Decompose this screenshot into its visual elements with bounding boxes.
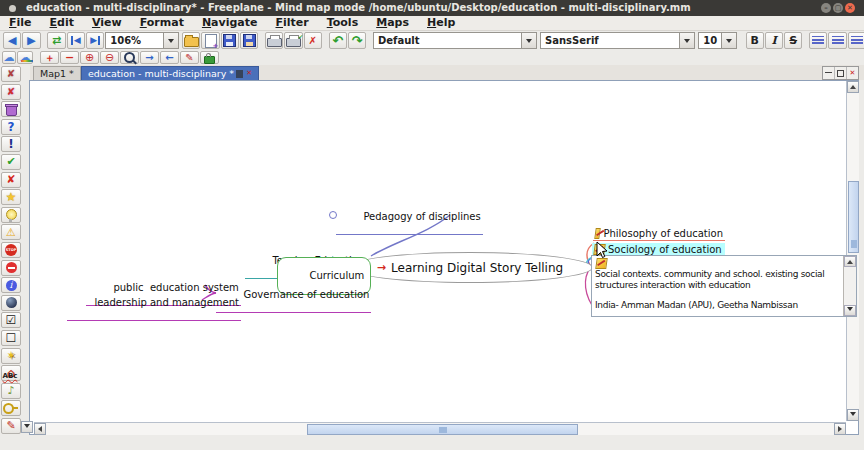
menu-file[interactable]: File bbox=[0, 16, 41, 30]
chevron-down-icon[interactable] bbox=[163, 33, 178, 48]
tab-map1[interactable]: Map1 * bbox=[33, 66, 81, 80]
zoom-in-branch-button[interactable] bbox=[80, 51, 99, 64]
open-map-button[interactable] bbox=[182, 32, 200, 49]
chevron-down-icon[interactable] bbox=[521, 33, 536, 48]
sidebar-button-wand[interactable] bbox=[1, 348, 21, 364]
node-philosophy[interactable]: Philosophy of education bbox=[593, 228, 725, 241]
zoom-out-branch-button[interactable] bbox=[100, 51, 119, 64]
menu-help[interactable]: Help bbox=[418, 16, 464, 30]
scroll-left-icon[interactable] bbox=[34, 423, 46, 435]
sidebar-button-key[interactable] bbox=[1, 400, 21, 416]
next-map-button[interactable] bbox=[86, 32, 104, 49]
scroll-up-icon[interactable] bbox=[847, 81, 859, 93]
map-canvas[interactable]: → Learning Digital Story Telling Pedagog… bbox=[30, 81, 845, 421]
next-node-button[interactable] bbox=[140, 51, 159, 64]
align-right-button[interactable] bbox=[848, 32, 864, 49]
font-family-combo[interactable]: SansSerif bbox=[540, 32, 695, 49]
align-left-button[interactable] bbox=[809, 32, 827, 49]
sidebar-button-trash[interactable] bbox=[1, 101, 21, 117]
menu-view[interactable]: View bbox=[83, 16, 131, 30]
close-tab-icon[interactable] bbox=[246, 70, 252, 77]
vertical-scroll-thumb[interactable] bbox=[848, 181, 859, 253]
sidebar-button-unchecked[interactable] bbox=[1, 330, 21, 346]
scroll-down-icon[interactable] bbox=[847, 409, 859, 421]
chevron-down-icon[interactable] bbox=[721, 33, 736, 48]
link-add-button[interactable] bbox=[40, 51, 59, 64]
format-painter-button[interactable] bbox=[180, 51, 199, 64]
menu-format[interactable]: Format bbox=[131, 16, 193, 30]
fold-circle[interactable] bbox=[329, 211, 337, 219]
menu-edit[interactable]: Edit bbox=[41, 16, 83, 30]
previous-map-button[interactable] bbox=[67, 32, 85, 49]
sidebar-button-important[interactable] bbox=[1, 136, 21, 152]
italic-button[interactable]: I bbox=[765, 32, 783, 49]
chevron-down-icon[interactable] bbox=[679, 33, 694, 48]
close-map-button[interactable] bbox=[304, 32, 322, 49]
vertical-scrollbar[interactable] bbox=[846, 81, 859, 421]
menu-tools[interactable]: Tools bbox=[318, 16, 367, 30]
panel-corner-button[interactable] bbox=[21, 421, 33, 433]
sidebar-button-cancel[interactable] bbox=[1, 84, 21, 100]
style-combo[interactable]: Default bbox=[373, 32, 537, 49]
print-button[interactable] bbox=[265, 32, 283, 49]
cloud-color-button[interactable] bbox=[17, 51, 33, 64]
zoom-out-branch-icon bbox=[105, 52, 114, 63]
note-scrollbar[interactable] bbox=[843, 256, 856, 316]
sidebar-button-music[interactable] bbox=[1, 383, 21, 399]
sidebar-button-minus[interactable] bbox=[1, 260, 21, 276]
horizontal-scrollbar[interactable] bbox=[34, 422, 846, 435]
save-button[interactable] bbox=[221, 32, 239, 49]
cloud-button[interactable] bbox=[2, 51, 16, 64]
collapse-frame-icon[interactable] bbox=[823, 67, 834, 79]
menu-navigate[interactable]: Navigate bbox=[193, 16, 267, 30]
print-preview-button[interactable] bbox=[284, 32, 302, 49]
node-leadership[interactable]: leadership and management bbox=[67, 286, 241, 321]
minimize-icon[interactable]: – bbox=[821, 3, 831, 13]
scroll-up-icon[interactable] bbox=[844, 256, 856, 267]
sidebar-button-info[interactable] bbox=[1, 277, 21, 293]
note-editor[interactable]: Social contexts. community and school. e… bbox=[591, 255, 857, 317]
menu-maps[interactable]: Maps bbox=[367, 16, 418, 30]
magnifier-button[interactable] bbox=[120, 51, 139, 64]
forward-button[interactable] bbox=[22, 32, 40, 49]
sidebar-button-bomb[interactable] bbox=[1, 295, 21, 311]
sidebar-button-star[interactable] bbox=[1, 189, 21, 205]
maximize-icon[interactable]: ▢ bbox=[833, 3, 843, 13]
back-button[interactable] bbox=[3, 32, 21, 49]
spellcheck-button[interactable]: ABc bbox=[1, 370, 19, 383]
scroll-down-icon[interactable] bbox=[844, 305, 856, 316]
sidebar-button-warning[interactable] bbox=[1, 224, 21, 240]
tab-education-map[interactable]: education - multi-disciplinary * bbox=[81, 66, 259, 80]
previous-node-button[interactable] bbox=[160, 51, 179, 64]
scroll-right-icon[interactable] bbox=[834, 423, 846, 435]
strikethrough-button[interactable]: S bbox=[784, 32, 802, 49]
sidebar-button-stop[interactable]: STOP bbox=[1, 242, 21, 258]
close-icon[interactable]: ✕ bbox=[845, 3, 855, 13]
sidebar-button-help[interactable] bbox=[1, 119, 21, 135]
sync-button[interactable] bbox=[47, 32, 65, 49]
node-pedagogy[interactable]: Pedagogy of disciplines bbox=[336, 200, 483, 235]
menu-filter[interactable]: Filter bbox=[267, 16, 318, 30]
align-center-button[interactable] bbox=[828, 32, 846, 49]
sidebar-button-remove[interactable] bbox=[1, 66, 21, 82]
lock-button[interactable] bbox=[200, 51, 219, 64]
sidebar-button-yes[interactable] bbox=[1, 154, 21, 170]
sidebar-button-not-ok[interactable] bbox=[1, 172, 21, 188]
zoom-combo[interactable]: 106% bbox=[105, 32, 179, 49]
note-paragraph-1[interactable]: Social contexts. community and school. e… bbox=[595, 269, 841, 291]
note-paragraph-2[interactable]: India- Amman Madan (APU), Geetha Nambiss… bbox=[595, 300, 841, 310]
bold-button[interactable]: B bbox=[746, 32, 764, 49]
redo-button[interactable] bbox=[348, 32, 366, 49]
restore-frame-icon[interactable] bbox=[834, 67, 846, 79]
horizontal-scroll-thumb[interactable] bbox=[307, 424, 578, 435]
sidebar-button-idea[interactable] bbox=[1, 207, 21, 223]
close-frame-icon[interactable] bbox=[846, 67, 858, 79]
font-size-combo[interactable]: 10 bbox=[698, 32, 736, 49]
undo-button[interactable] bbox=[329, 32, 347, 49]
new-map-button[interactable] bbox=[201, 32, 219, 49]
sidebar-button-pencil[interactable] bbox=[1, 418, 21, 434]
sidebar-button-checked[interactable] bbox=[1, 312, 21, 328]
link-remove-button[interactable] bbox=[60, 51, 79, 64]
save-as-button[interactable] bbox=[240, 32, 258, 49]
node-root[interactable]: → Learning Digital Story Telling bbox=[347, 252, 593, 283]
